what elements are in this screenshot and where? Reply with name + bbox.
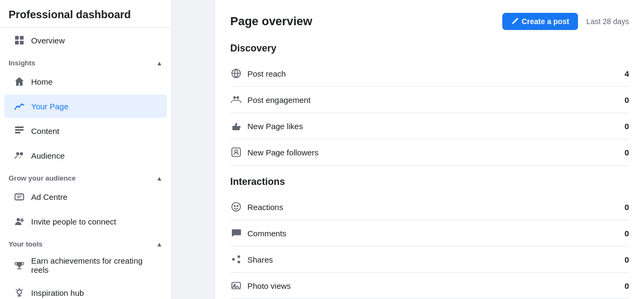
new-followers-value: 0: [625, 148, 629, 157]
svg-point-32: [238, 261, 240, 264]
sidebar-item-invite[interactable]: Invite people to connect: [4, 210, 167, 233]
new-followers-label: New Page followers: [247, 148, 319, 157]
comments-label: Comments: [247, 229, 287, 238]
create-post-button[interactable]: Create a post: [502, 13, 578, 30]
svg-rect-5: [15, 129, 24, 131]
metric-reactions: Reactions 0: [230, 194, 629, 220]
metric-new-followers: New Page followers 0: [230, 139, 629, 166]
globe-icon: [230, 68, 242, 79]
svg-line-18: [22, 289, 23, 290]
svg-point-10: [17, 218, 20, 221]
svg-point-15: [17, 290, 21, 294]
grow-section-header[interactable]: Grow your audience ▲: [0, 168, 171, 184]
shares-label: Shares: [247, 255, 273, 264]
metric-shares: Shares 0: [230, 246, 629, 273]
svg-point-33: [232, 258, 235, 261]
svg-rect-6: [15, 132, 20, 133]
sidebar-item-inspiration[interactable]: Inspiration hub: [4, 281, 167, 299]
overview-header: Page overview Create a post Last 28 days: [230, 13, 629, 30]
sidebar-item-home[interactable]: Home: [4, 70, 167, 93]
sidebar-item-achievements[interactable]: Earn achievements for creating reels: [4, 251, 167, 280]
svg-rect-0: [15, 36, 19, 40]
interactions-title: Interactions: [230, 176, 629, 188]
metric-new-page-likes: New Page likes 0: [230, 113, 629, 139]
shares-value: 0: [625, 255, 629, 264]
post-engagement-label: Post engagement: [247, 95, 311, 104]
center-spacer: [172, 0, 215, 299]
sidebar-item-overview[interactable]: Overview: [4, 28, 167, 52]
comment-icon: [230, 227, 242, 239]
last-days-label: Last 28 days: [587, 17, 629, 26]
sidebar: Professional dashboard Overview Insights…: [0, 0, 172, 299]
svg-point-25: [237, 96, 239, 99]
svg-point-8: [20, 152, 23, 155]
metric-comments: Comments 0: [230, 220, 629, 246]
post-reach-value: 4: [625, 69, 629, 78]
chart-icon: [13, 100, 26, 113]
metric-photo-views: Photo views 0: [230, 273, 629, 299]
svg-rect-1: [20, 36, 24, 40]
thumbsup-icon: [230, 120, 242, 132]
sidebar-item-audience-label: Audience: [31, 151, 65, 160]
overview-icon: [13, 34, 26, 47]
sidebar-item-your-page[interactable]: Your Page: [4, 94, 167, 118]
metric-post-engagement: Post engagement 0: [230, 87, 629, 113]
svg-rect-4: [15, 126, 24, 128]
sidebar-item-content[interactable]: Content: [4, 119, 167, 143]
your-tools-chevron: ▲: [156, 241, 163, 248]
insights-label: Insights: [9, 59, 35, 67]
post-reach-label: Post reach: [247, 69, 286, 78]
share-icon: [230, 253, 242, 265]
sidebar-item-overview-label: Overview: [31, 36, 65, 45]
svg-point-29: [235, 206, 236, 207]
grow-chevron: ▲: [156, 175, 163, 182]
header-actions: Create a post Last 28 days: [502, 13, 629, 30]
followers-icon: [230, 146, 242, 158]
sidebar-item-home-label: Home: [31, 77, 53, 86]
sidebar-item-your-page-label: Your Page: [31, 102, 69, 111]
svg-point-24: [233, 96, 236, 99]
sidebar-item-audience[interactable]: Audience: [4, 144, 167, 167]
sidebar-item-inspiration-label: Inspiration hub: [31, 288, 84, 297]
svg-point-30: [237, 206, 238, 207]
discovery-title: Discovery: [230, 43, 629, 54]
svg-point-31: [238, 256, 240, 258]
audience-icon: [13, 149, 26, 162]
grow-label: Grow your audience: [9, 174, 76, 182]
comments-value: 0: [625, 229, 629, 238]
svg-point-28: [232, 203, 240, 211]
reactions-value: 0: [625, 203, 629, 212]
edit-icon: [511, 18, 518, 25]
svg-point-7: [16, 152, 19, 155]
discovery-section: Discovery Post reach 4: [230, 43, 629, 166]
svg-rect-2: [15, 41, 19, 44]
people-icon: [230, 94, 242, 106]
reactions-label: Reactions: [247, 203, 283, 212]
post-engagement-value: 0: [625, 95, 629, 104]
inspiration-icon: [13, 286, 26, 299]
sidebar-title: Professional dashboard: [0, 0, 171, 28]
svg-rect-3: [20, 41, 24, 44]
sidebar-item-achievements-label: Earn achievements for creating reels: [31, 256, 158, 274]
svg-line-17: [16, 289, 17, 290]
page-overview-panel: Page overview Create a post Last 28 days…: [215, 0, 644, 299]
your-tools-label: Your tools: [9, 240, 42, 248]
trophy-icon: [13, 259, 26, 272]
sidebar-item-ad-centre[interactable]: Ad Centre: [4, 185, 167, 208]
content-icon: [13, 124, 26, 137]
photo-views-label: Photo views: [247, 281, 291, 290]
home-icon: [13, 75, 26, 88]
page-title: Page overview: [230, 14, 312, 28]
insights-section-header[interactable]: Insights ▲: [0, 53, 171, 69]
emoji-icon: [230, 201, 242, 213]
new-page-likes-value: 0: [625, 122, 629, 131]
sidebar-item-ad-centre-label: Ad Centre: [31, 192, 68, 201]
photo-icon: [230, 280, 242, 291]
new-page-likes-label: New Page likes: [247, 122, 303, 131]
sidebar-item-content-label: Content: [31, 126, 60, 136]
insights-chevron: ▲: [156, 59, 163, 67]
metric-post-reach: Post reach 4: [230, 61, 629, 87]
your-tools-section-header[interactable]: Your tools ▲: [0, 234, 171, 250]
photo-views-value: 0: [625, 281, 629, 290]
svg-rect-14: [17, 268, 21, 270]
